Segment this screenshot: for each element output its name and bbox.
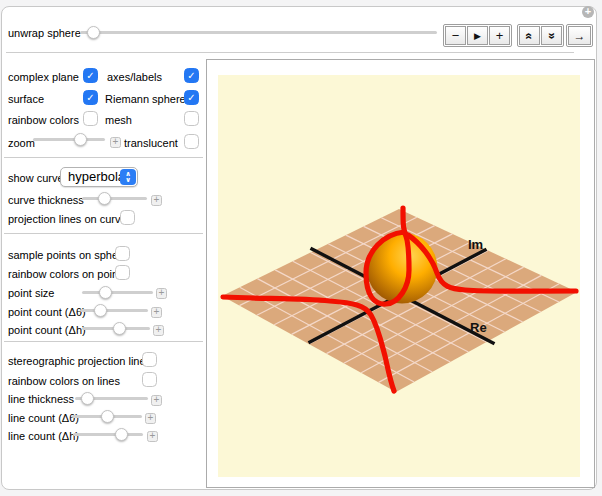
slider-thumb[interactable]	[81, 392, 94, 405]
faster-button[interactable]: «	[519, 26, 540, 45]
right-arrow-icon: →	[574, 29, 586, 43]
re-axis-label: Re	[470, 320, 487, 335]
surface-label: surface	[8, 93, 44, 106]
slower-button[interactable]: «	[541, 26, 562, 45]
unwrap-sphere-label: unwrap sphere	[8, 27, 81, 40]
slider-track[interactable]	[73, 433, 143, 436]
point-count-h-slider[interactable]	[82, 322, 150, 336]
line-thickness-expander-plus-icon[interactable]: +	[151, 395, 162, 406]
double-chevron-up-icon: «	[523, 32, 537, 39]
translucent-label: translucent	[124, 137, 178, 150]
slider-track[interactable]	[82, 197, 147, 200]
line-count-h-slider[interactable]	[73, 428, 143, 442]
im-axis-label: Im	[468, 237, 483, 252]
mesh-checkbox[interactable]	[184, 111, 199, 126]
zoom-slider[interactable]	[33, 133, 105, 147]
slider-thumb[interactable]	[113, 322, 126, 335]
line-count-theta-expander-plus-icon[interactable]: +	[145, 413, 156, 424]
point-count-theta-slider[interactable]	[80, 304, 148, 318]
riemann-sphere-3d-plot[interactable]: Im Re	[218, 75, 580, 477]
line-count-h-label: line count (Δh)	[8, 430, 79, 443]
slider-thumb[interactable]	[87, 26, 100, 39]
riemann-sphere-label: Riemann sphere	[105, 93, 186, 106]
slider-thumb[interactable]	[74, 133, 87, 146]
minus-icon: −	[452, 28, 460, 43]
slider-track[interactable]	[80, 31, 437, 34]
slider-thumb[interactable]	[98, 192, 111, 205]
point-size-slider[interactable]	[82, 286, 153, 300]
slider-track[interactable]	[80, 309, 148, 312]
axes-labels-label: axes/labels	[107, 71, 162, 84]
unwrap-sphere-slider[interactable]	[80, 26, 437, 40]
slider-thumb[interactable]	[99, 286, 112, 299]
line-count-theta-label: line count (Δθ)	[8, 412, 79, 425]
rainbow-points-label: rainbow colors on points	[8, 268, 127, 281]
topbar-separator	[6, 52, 574, 53]
complex-plane-label: complex plane	[8, 71, 79, 84]
direction-button-group: →	[566, 24, 593, 47]
stereographic-lines-checkbox[interactable]	[142, 352, 157, 367]
plus-icon: +	[496, 28, 504, 43]
play-icon: ▶	[474, 31, 481, 41]
line-thickness-label: line thickness	[8, 393, 74, 406]
point-count-h-expander-plus-icon[interactable]: +	[153, 325, 164, 336]
point-size-label: point size	[8, 287, 54, 300]
point-count-theta-label: point count (Δθ)	[8, 306, 86, 319]
sample-points-checkbox[interactable]	[115, 246, 130, 261]
animation-button-group: − ▶ +	[443, 24, 512, 47]
speed-button-group: « «	[517, 24, 564, 47]
curve-thickness-label: curve thickness	[8, 194, 84, 207]
projection-lines-on-curve-label: projection lines on curve	[8, 213, 127, 226]
chevron-down-icon: ∨	[125, 177, 131, 183]
step-down-button[interactable]: −	[445, 26, 466, 45]
complex-plane-checkbox[interactable]: ✓	[83, 68, 98, 83]
rainbow-colors-label: rainbow colors	[8, 114, 79, 127]
zoom-label: zoom	[8, 137, 35, 150]
rainbow-lines-checkbox[interactable]	[142, 372, 157, 387]
step-up-button[interactable]: +	[489, 26, 510, 45]
slider-thumb[interactable]	[115, 428, 128, 441]
projection-lines-on-curve-checkbox[interactable]	[120, 210, 135, 225]
axes-labels-checkbox[interactable]: ✓	[184, 68, 199, 83]
show-curve-popup[interactable]: hyperbola ∧ ∨	[60, 167, 138, 187]
slider-track[interactable]	[82, 291, 153, 294]
double-chevron-down-icon: «	[545, 32, 559, 39]
point-size-expander-plus-icon[interactable]: +	[156, 288, 167, 299]
translucent-checkbox[interactable]	[184, 134, 199, 149]
curve-thickness-expander-plus-icon[interactable]: +	[151, 195, 162, 206]
line-thickness-slider[interactable]	[75, 392, 148, 406]
slider-track[interactable]	[33, 138, 105, 141]
surface-checkbox[interactable]: ✓	[83, 90, 98, 105]
slider-thumb[interactable]	[94, 304, 107, 317]
line-count-theta-slider[interactable]	[72, 410, 142, 424]
curve-thickness-slider[interactable]	[82, 192, 147, 206]
direction-button[interactable]: →	[568, 26, 591, 45]
rainbow-points-checkbox[interactable]	[115, 265, 130, 280]
stereographic-lines-label: stereographic projection lines	[8, 355, 151, 368]
line-count-h-expander-plus-icon[interactable]: +	[147, 431, 158, 442]
rainbow-lines-label: rainbow colors on lines	[8, 375, 120, 388]
group-separator	[4, 233, 203, 234]
point-count-h-label: point count (Δh)	[8, 324, 86, 337]
mesh-label: mesh	[105, 114, 132, 127]
show-curve-label: show curve	[8, 172, 64, 185]
rainbow-colors-checkbox[interactable]	[83, 111, 98, 126]
slider-thumb[interactable]	[101, 410, 114, 423]
group-separator	[4, 157, 203, 158]
play-button[interactable]: ▶	[467, 26, 488, 45]
show-curve-value: hyperbola	[68, 169, 120, 184]
point-count-theta-expander-plus-icon[interactable]: +	[151, 307, 162, 318]
sample-points-label: sample points on sphere	[8, 249, 128, 262]
riemann-sphere-checkbox[interactable]: ✓	[184, 90, 199, 105]
zoom-expander-plus-icon[interactable]: +	[110, 137, 121, 148]
popup-chevrons-icon: ∧ ∨	[120, 169, 136, 185]
show-controls-plus-icon[interactable]: +	[582, 6, 594, 18]
group-separator	[4, 341, 203, 342]
